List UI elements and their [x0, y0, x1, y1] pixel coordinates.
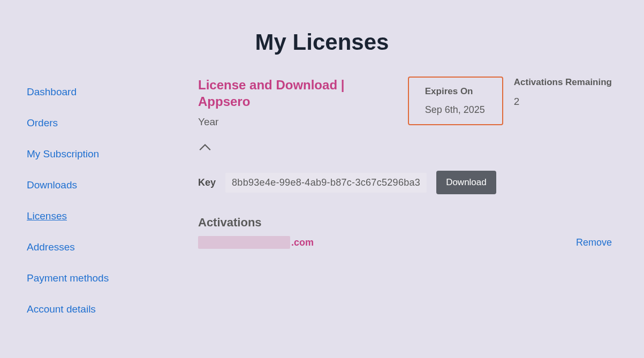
sidebar-item-addresses[interactable]: Addresses [27, 232, 75, 263]
activations-heading: Activations [198, 216, 612, 230]
activation-site-suffix: .com [291, 237, 314, 248]
page-title: My Licenses [0, 0, 644, 77]
activations-remaining-block: Activations Remaining 2 [514, 77, 612, 108]
license-title-block: License and Download | Appsero Year [198, 77, 397, 128]
sidebar-item-account-details[interactable]: Account details [27, 294, 96, 325]
download-button[interactable]: Download [436, 171, 496, 194]
license-key-row: Key 8bb93e4e-99e8-4ab9-b87c-3c67c5296ba3… [198, 171, 612, 194]
activations-remaining-count: 2 [514, 96, 612, 108]
expires-date: Sep 6th, 2025 [425, 104, 486, 116]
expires-label: Expires On [425, 86, 486, 97]
activations-section: Activations .com Remove [198, 216, 612, 249]
sidebar-item-downloads[interactable]: Downloads [27, 170, 77, 201]
sidebar-item-dashboard[interactable]: Dashboard [27, 77, 77, 108]
main-container: Dashboard Orders My Subscription Downloa… [0, 77, 644, 325]
sidebar-item-licenses[interactable]: Licenses [27, 201, 67, 232]
expires-box: Expires On Sep 6th, 2025 [408, 77, 503, 125]
sidebar-item-payment-methods[interactable]: Payment methods [27, 263, 109, 294]
activation-site: .com [198, 236, 314, 249]
activation-site-redacted [198, 236, 290, 249]
license-key-label: Key [198, 177, 216, 188]
license-header: License and Download | Appsero Year Expi… [198, 77, 612, 128]
collapse-toggle-row [198, 143, 612, 155]
sidebar-item-my-subscription[interactable]: My Subscription [27, 139, 99, 170]
license-panel: License and Download | Appsero Year Expi… [198, 77, 644, 325]
activations-remaining-label: Activations Remaining [514, 77, 612, 88]
chevron-up-icon[interactable] [198, 145, 212, 154]
remove-activation-link[interactable]: Remove [576, 237, 612, 248]
sidebar-item-orders[interactable]: Orders [27, 108, 58, 139]
license-title: License and Download | Appsero [198, 77, 397, 110]
license-subtitle: Year [198, 116, 397, 128]
sidebar: Dashboard Orders My Subscription Downloa… [27, 77, 198, 325]
license-key-value[interactable]: 8bb93e4e-99e8-4ab9-b87c-3c67c5296ba3 [225, 173, 427, 193]
activation-row: .com Remove [198, 236, 612, 249]
